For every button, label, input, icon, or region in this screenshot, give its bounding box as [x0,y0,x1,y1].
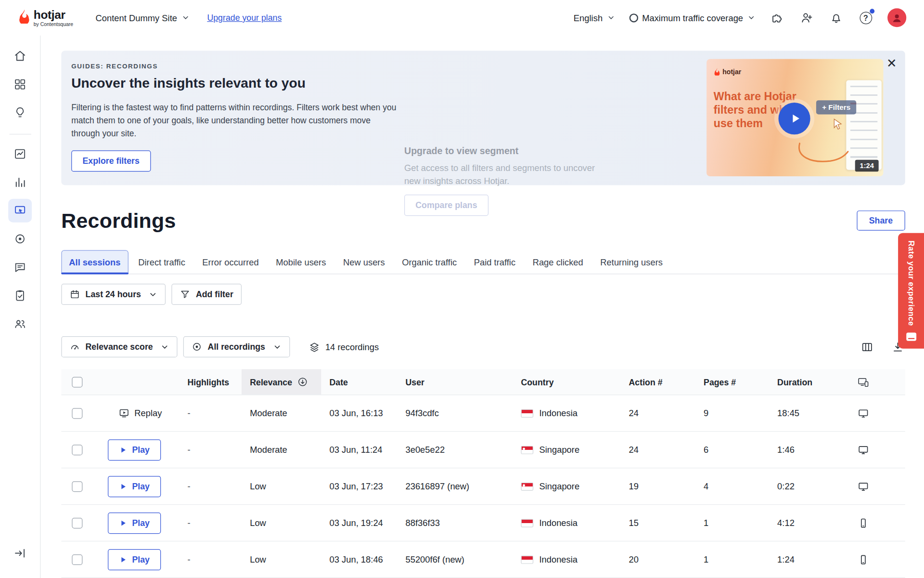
date-cell: 03 Jun, 16:13 [321,395,397,431]
relevance-cell: Low [242,541,321,578]
play-icon [119,519,127,527]
notification-dot [870,9,874,13]
tab-paid-traffic[interactable]: Paid traffic [467,250,523,274]
speech-bubble-icon [13,261,26,274]
sidebar-item-surveys[interactable] [8,284,32,307]
device-cell [849,432,905,468]
user-plus-icon [800,11,813,24]
rate-experience-tab[interactable]: Rate your experience [898,233,924,349]
share-button[interactable]: Share [857,210,905,231]
chevron-down-icon [181,13,190,22]
relevance-cell: Low [242,505,321,541]
users-icon [13,317,26,330]
play-button[interactable]: Play [108,439,161,460]
sidebar-item-funnels[interactable] [8,171,32,194]
user-cell: 23616897 (new) [397,468,513,504]
tab-rage-clicked[interactable]: Rage clicked [526,250,590,274]
sidebar-item-trends[interactable] [8,142,32,166]
upgrade-plans-link[interactable]: Upgrade your plans [207,13,282,23]
notifications-button[interactable] [829,10,844,26]
play-icon [119,446,127,454]
chevron-down-icon [161,342,169,351]
highlights-cell: - [179,395,242,431]
banner-close-button[interactable] [886,57,897,69]
main-content: GUIDES: RECORDINGS Uncover the insights … [40,35,924,578]
row-checkbox[interactable] [72,445,82,455]
target-icon [13,232,26,245]
user-cell: 88f36f33 [397,505,513,541]
invite-user-button[interactable] [799,10,814,26]
sidebar-item-heatmaps[interactable] [8,227,32,250]
integrations-button[interactable] [770,10,785,26]
relevance-cell: Low [242,468,321,504]
segment-tabs: All sessions Direct traffic Error occurr… [61,250,905,274]
sidebar-item-interviews[interactable] [8,312,32,336]
home-icon [13,50,26,63]
collapse-sidebar-icon [13,547,26,560]
device-column-icon [858,376,869,388]
tab-returning-users[interactable]: Returning users [593,250,670,274]
recordings-table: Highlights Relevance Date User Country A… [61,369,905,578]
traffic-coverage-selector[interactable]: Maximum traffic coverage [629,13,756,23]
sidebar-item-home[interactable] [8,44,32,68]
manage-columns-button[interactable] [859,339,874,355]
brand-name: hotjar [34,9,73,20]
col-device [849,369,905,395]
tab-organic-traffic[interactable]: Organic traffic [395,250,463,274]
video-play-button[interactable] [779,103,810,134]
tab-new-users[interactable]: New users [336,250,392,274]
site-selector[interactable]: Content Dummy Site [96,13,190,23]
help-button[interactable] [858,10,873,26]
table-row: Play - Low 03 Jun, 18:46 55200f6f (new) … [61,541,905,578]
country-cell: Singapore [513,432,620,468]
tab-all-sessions[interactable]: All sessions [61,250,128,274]
puzzle-icon [771,11,784,24]
chevron-down-icon [149,290,157,299]
sort-selector[interactable]: Relevance score [61,336,178,357]
play-button[interactable]: Play [108,476,161,497]
pages-cell: 9 [695,395,769,431]
avatar[interactable] [887,8,906,27]
sidebar-item-feedback[interactable] [8,255,32,279]
row-checkbox[interactable] [72,517,82,528]
video-hotjar-logo: hotjar [714,68,741,76]
sidebar-item-insights[interactable] [8,101,32,124]
compare-plans-button[interactable]: Compare plans [404,195,488,216]
recordings-scope-selector[interactable]: All recordings [183,336,290,357]
play-button[interactable]: Play [108,512,161,533]
tab-direct-traffic[interactable]: Direct traffic [131,250,192,274]
record-circle-icon [192,342,203,352]
relevance-cell: Moderate [242,432,321,468]
feedback-box-icon [906,332,916,341]
desktop-icon [858,480,869,492]
lightbulb-icon [13,106,26,119]
recordings-count: 14 recordings [309,341,379,352]
country-flag-icon [521,482,533,490]
row-checkbox[interactable] [72,554,82,565]
replay-link[interactable]: Replay [118,407,162,419]
select-all-checkbox[interactable] [72,377,82,387]
desktop-icon [858,407,869,419]
mobile-icon [858,517,869,528]
date-range-selector[interactable]: Last 24 hours [61,284,166,305]
tab-mobile-users[interactable]: Mobile users [269,250,334,274]
user-cell: 3e0e5e22 [397,432,513,468]
sidebar-item-dashboards[interactable] [8,73,32,96]
col-date: Date [321,369,397,395]
tab-error-occurred[interactable]: Error occurred [195,250,266,274]
pages-cell: 1 [695,505,769,541]
sidebar-item-recordings[interactable] [8,199,32,223]
calendar-icon [69,289,80,300]
col-relevance[interactable]: Relevance [242,369,321,395]
sidebar-collapse-button[interactable] [8,541,32,565]
language-selector[interactable]: English [574,13,615,23]
country-flag-icon [521,446,533,454]
explore-filters-button[interactable]: Explore filters [71,150,151,171]
play-button[interactable]: Play [108,549,161,570]
device-cell [849,468,905,504]
add-filter-button[interactable]: Add filter [172,284,242,305]
row-checkbox[interactable] [72,481,82,492]
row-checkbox[interactable] [72,408,82,419]
columns-icon [860,341,873,353]
video-thumbnail[interactable]: hotjar What are Hotjar filters and why u… [706,59,883,176]
